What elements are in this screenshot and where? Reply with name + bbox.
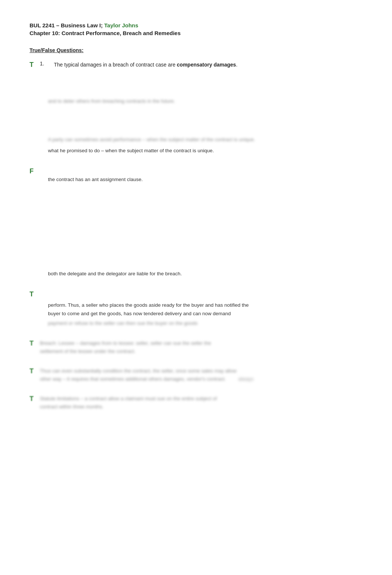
blurred-answer-1: T <box>30 339 37 348</box>
course-title-line: BUL 2241 – Business Law I; Taylor Johns <box>30 22 362 28</box>
section-title: True/False Questions: <box>30 47 83 53</box>
question-4: both the delegate and the delegator are … <box>30 270 362 278</box>
question-3: F the contract has an ant assignment cla… <box>30 167 362 184</box>
explanation-q1-blurred-line: and to deter others from breaching contr… <box>48 97 362 105</box>
document-header: BUL 2241 – Business Law I; Taylor Johns … <box>30 22 362 36</box>
explanation-q3: the contract has an ant assignment claus… <box>48 176 362 184</box>
blurred-content-3: Statute limitations – a contract allow a… <box>40 395 362 411</box>
blurred-q2-top: A party can sometimes avoid performance … <box>48 136 362 144</box>
blurred-answer-3: T <box>30 395 37 403</box>
course-code: BUL 2241 – Business Law I; <box>30 22 103 28</box>
explanation-q5: perform. Thus, a seller who places the g… <box>48 301 362 318</box>
blurred-middle-section <box>30 196 362 270</box>
chapter-title: Chapter 10: Contract Performance, Breach… <box>30 30 362 36</box>
bold-term-1: compensatory damages <box>177 62 236 68</box>
blurred-line-1: and to deter others from breaching contr… <box>48 97 362 105</box>
blurred-question-1: T Breach: Lessee – damages from to lesse… <box>30 339 362 355</box>
student-name: Taylor Johns <box>104 22 138 28</box>
answer-q1: T <box>30 61 37 69</box>
answer-q5: T <box>30 290 37 299</box>
answer-q3: F <box>30 167 37 176</box>
question-5: T perform. Thus, a seller who places the… <box>30 290 362 327</box>
blurred-answer-2: T <box>30 367 37 375</box>
blurred-question-3: T Statute limitations – a contract allow… <box>30 395 362 411</box>
blurred-content-2: Thus can even substantially condition th… <box>40 367 362 383</box>
blurred-q5-cont: payment or refuse to the seller can then… <box>48 319 362 327</box>
explanation-q2: what he promised to do – when the subjec… <box>48 147 362 155</box>
question-2: A party can sometimes avoid performance … <box>30 136 362 155</box>
question-number-1: 1. <box>40 61 51 67</box>
question-1: T 1. The typical damages in a breach of … <box>30 61 362 105</box>
blurred-content-1: Breach: Lessee – damages from to lessee:… <box>40 339 362 355</box>
blurred-question-2: T Thus can even substantially condition … <box>30 367 362 383</box>
explanation-q4: both the delegate and the delegator are … <box>48 270 362 278</box>
question-text-1: The typical damages in a breach of contr… <box>54 61 362 69</box>
